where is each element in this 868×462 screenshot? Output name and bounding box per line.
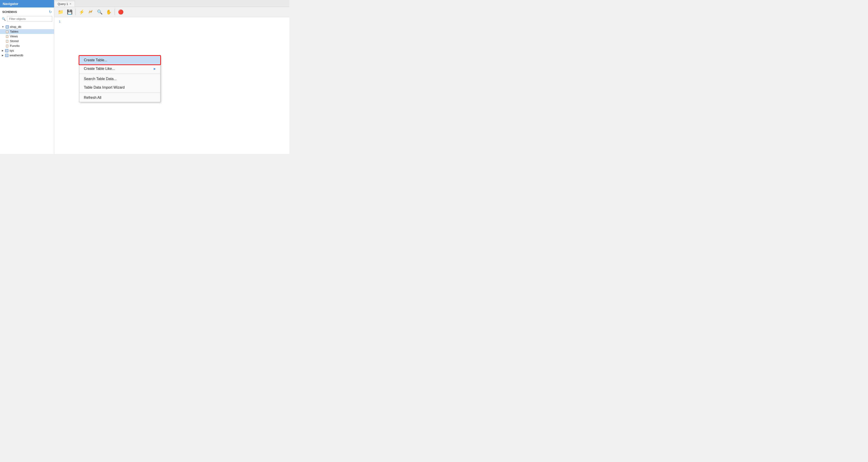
context-menu-item-search-table-data[interactable]: Search Table Data... <box>79 74 160 83</box>
toolbar-separator-1 <box>75 9 76 15</box>
navigator-title: Navigator <box>3 2 18 6</box>
tree-item-sys[interactable]: ▶ ⊞ sys <box>0 48 54 53</box>
stop-button[interactable]: ✋ <box>105 8 113 16</box>
toolbar: 📁 💾 ⚡ 🗲 🔍 ✋ 🔴 <box>54 7 289 17</box>
sys-label: sys <box>9 49 14 52</box>
search-table-data-label: Search Table Data... <box>84 77 117 81</box>
filter-input[interactable] <box>7 16 52 22</box>
schemas-section: SCHEMAS ↻ <box>0 7 54 15</box>
weatherdb-label: weatherdb <box>9 54 23 57</box>
expand-arrow-weatherdb: ▶ <box>2 54 4 57</box>
toolbar-separator-2 <box>115 9 115 15</box>
save-button[interactable]: 💾 <box>66 8 74 16</box>
tab-query1[interactable]: Query 1 ✕ <box>54 1 75 7</box>
context-menu-item-import-wizard[interactable]: Table Data Import Wizard <box>79 83 160 92</box>
execute-button[interactable]: ⚡ <box>78 8 86 16</box>
context-menu-item-create-table[interactable]: Create Table... <box>79 55 161 65</box>
shop-db-label: shop_db <box>10 25 21 29</box>
views-label: Views <box>10 35 18 38</box>
tab-close-icon[interactable]: ✕ <box>69 2 71 5</box>
menu-divider-2 <box>79 92 160 93</box>
refresh-all-label: Refresh All <box>84 96 101 100</box>
db-icon-shop-db: ⊞ <box>6 25 9 29</box>
db-icon-weatherdb: ⊞ <box>5 54 8 57</box>
submenu-arrow-icon: ▶ <box>154 67 156 70</box>
folder-icon-functions: 📋 <box>5 44 9 48</box>
tree-item-functions[interactable]: 📋 Functio <box>0 43 54 48</box>
tree-area: ▼ ⊞ shop_db 📋 Tables 📋 Views 📋 Stored 📋 … <box>0 24 54 154</box>
folder-icon-tables: 📋 <box>5 30 9 33</box>
navigator-header: Navigator <box>0 0 54 7</box>
import-wizard-label: Table Data Import Wizard <box>84 86 125 90</box>
open-folder-button[interactable]: 📁 <box>57 8 65 16</box>
context-menu-item-refresh-all[interactable]: Refresh All <box>79 93 160 102</box>
tables-label: Tables <box>10 30 19 33</box>
tab-query1-label: Query 1 <box>58 2 68 6</box>
db-icon-sys: ⊞ <box>5 49 8 52</box>
context-menu-item-create-table-like[interactable]: Create Table Like... ▶ <box>79 64 160 73</box>
expand-arrow-shop-db: ▼ <box>2 26 4 28</box>
create-table-like-label: Create Table Like... <box>84 67 115 71</box>
tab-bar: Query 1 ✕ <box>54 0 289 7</box>
schemas-label: SCHEMAS <box>2 10 17 13</box>
search-icon: 🔍 <box>2 17 6 21</box>
navigator-panel: Navigator SCHEMAS ↻ 🔍 ▼ ⊞ shop_db 📋 Tabl… <box>0 0 54 154</box>
editor-area: 1 Create Table... Create Table Like... ▶… <box>54 17 289 154</box>
execute-cursor-button[interactable]: 🗲 <box>87 8 95 16</box>
refresh-icon[interactable]: ↻ <box>49 10 52 14</box>
tree-item-stored[interactable]: 📋 Stored <box>0 39 54 43</box>
stored-label: Stored <box>10 39 19 43</box>
line-number-1: 1 <box>57 20 61 23</box>
context-menu: Create Table... Create Table Like... ▶ S… <box>79 56 160 102</box>
tree-item-views[interactable]: 📋 Views <box>0 34 54 39</box>
right-panel: Query 1 ✕ 📁 💾 ⚡ 🗲 🔍 ✋ 🔴 1 Create Table..… <box>54 0 289 154</box>
tree-item-tables[interactable]: 📋 Tables <box>0 29 54 34</box>
expand-arrow-sys: ▶ <box>2 49 4 52</box>
tree-item-weatherdb[interactable]: ▶ ⊞ weatherdb <box>0 53 54 58</box>
error-button[interactable]: 🔴 <box>117 8 125 16</box>
create-table-label: Create Table... <box>84 58 107 62</box>
folder-icon-views: 📋 <box>5 35 9 38</box>
tree-item-shop-db[interactable]: ▼ ⊞ shop_db <box>0 24 54 29</box>
search-button[interactable]: 🔍 <box>96 8 104 16</box>
search-row: 🔍 <box>0 15 54 24</box>
functions-label: Functio <box>10 44 20 48</box>
folder-icon-stored: 📋 <box>5 39 9 43</box>
